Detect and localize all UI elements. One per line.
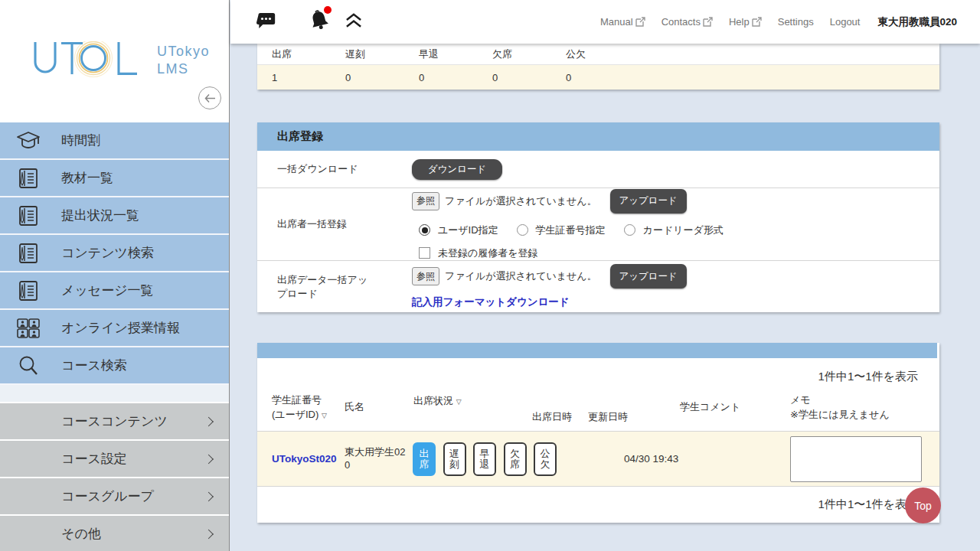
arrow-left-icon: [204, 93, 216, 103]
sort-icon: ▽: [322, 412, 327, 419]
sidebar-item-messages[interactable]: メッセージ一覧: [0, 272, 229, 310]
bulk-register-label: 出席者一括登録: [277, 217, 412, 231]
sidebar-item-timetable[interactable]: 時間割: [0, 122, 229, 160]
sidebar-item-online-class-info[interactable]: オンライン授業情報: [0, 310, 229, 347]
help-link[interactable]: Help: [729, 16, 762, 28]
clipboard-icon: [15, 243, 41, 264]
sidebar-item-label: コース検索: [61, 357, 127, 374]
sidebar-item-label: コンテンツ検索: [61, 244, 154, 262]
chevron-right-icon: [204, 491, 214, 501]
bulk-upload-label: 出席データ一括アッ: [277, 273, 412, 287]
sidebar-item-label: メッセージ一覧: [61, 282, 154, 299]
people-grid-icon: [15, 318, 41, 338]
bulk-register-row: 出席者一括登録 参照 ファイルが選択されていません。 アップロード ユーザID指…: [257, 188, 939, 261]
sidebar-item-others[interactable]: その他: [0, 516, 229, 551]
user-name: 東大用教職員020: [877, 15, 957, 29]
section-title: 出席登録: [277, 129, 323, 144]
format-download-link[interactable]: 記入用フォーマットダウンロード: [412, 295, 939, 309]
file-status-text: ファイルが選択されていません。: [445, 194, 597, 208]
utol-logo-letters: [32, 41, 147, 80]
settings-link[interactable]: Settings: [778, 16, 814, 28]
checkbox-label: 未登録の履修者を登録: [438, 246, 538, 260]
radio-label: 学生証番号指定: [536, 223, 606, 237]
sidebar-item-label: 教材一覧: [61, 169, 113, 187]
sidebar-item-label: 提出状況一覧: [61, 207, 139, 224]
summary-header-row: 出席 遅刻 早退 欠席 公欠: [257, 44, 939, 65]
summary-val-late: 0: [331, 72, 404, 83]
chevron-right-icon: [204, 416, 214, 426]
bulk-download-label: 一括ダウンロード: [277, 162, 412, 176]
notifications-bell-icon[interactable]: [308, 9, 331, 34]
result-count: 1件中1〜1件を表示: [257, 358, 939, 384]
radio-user-id[interactable]: [419, 224, 430, 236]
collapse-up-icon[interactable]: [345, 12, 363, 32]
status-excused-button[interactable]: 公欠: [534, 442, 557, 476]
logo-area: UTokyo LMS: [0, 0, 229, 122]
student-id-link[interactable]: UTokyoSt020: [272, 453, 337, 465]
sidebar-item-label: コース設定: [61, 450, 127, 468]
main-content: 出席 遅刻 早退 欠席 公欠 1 0 0 0 0 出席登録 一括ダウンロード ダ…: [230, 44, 980, 551]
col-name: 氏名: [345, 400, 413, 415]
manual-link[interactable]: Manual: [600, 16, 645, 28]
sidebar-item-label: オンライン授業情報: [61, 319, 180, 337]
col-status[interactable]: 出席状況 ▽: [413, 394, 532, 409]
student-table-header: 学生証番号(ユーザID) ▽ 氏名 出席状況 ▽ 出席日時 更新日時 学生コメン…: [257, 384, 939, 432]
browse-button[interactable]: 参照: [412, 192, 439, 210]
chevron-right-icon: [204, 529, 214, 539]
bulk-download-row: 一括ダウンロード ダウンロード: [257, 151, 939, 188]
contacts-link[interactable]: Contacts: [662, 16, 713, 28]
topbar: Manual Contacts Help Settings Logout 東大用…: [230, 0, 980, 44]
radio-card-reader[interactable]: [624, 224, 635, 236]
radio-label: ユーザID指定: [438, 223, 498, 237]
sidebar-item-course-contents[interactable]: コースコンテンツ: [0, 403, 229, 441]
bulk-upload-row: 出席データ一括アッ プロード 参照 ファイルが選択されていません。 アップロード…: [257, 261, 939, 312]
status-late-button[interactable]: 遅刻: [443, 442, 466, 476]
logo-subtitle: UTokyo LMS: [157, 43, 210, 77]
bulk-upload-label: プロード: [277, 287, 412, 301]
sidebar-collapse-button[interactable]: [198, 86, 221, 109]
clipboard-icon: [15, 205, 41, 227]
magnifier-icon: [15, 355, 41, 377]
radio-label: カードリーダ形式: [643, 223, 724, 237]
external-link-icon: [752, 17, 762, 27]
chevron-right-icon: [204, 454, 214, 464]
student-row: UTokyoSt020 東大用学生020 出席 遅刻 早退 欠席 公欠 04/3…: [257, 432, 939, 487]
col-attend-time: 出席日時: [532, 410, 588, 425]
download-button[interactable]: ダウンロード: [412, 159, 502, 180]
sidebar-item-label: その他: [61, 525, 101, 543]
student-name: 東大用学生020: [345, 446, 407, 472]
browse-button[interactable]: 参照: [412, 267, 439, 285]
clipboard-icon: [15, 280, 41, 302]
sidebar-item-course-search[interactable]: コース検索: [0, 347, 229, 385]
col-student-comment: 学生コメント: [680, 400, 790, 415]
status-early-leave-button[interactable]: 早退: [473, 442, 496, 476]
radio-student-card-number[interactable]: [517, 224, 528, 236]
sidebar-item-content-search[interactable]: コンテンツ検索: [0, 235, 229, 272]
memo-textarea[interactable]: [790, 436, 922, 482]
sidebar-item-submission-status[interactable]: 提出状況一覧: [0, 197, 229, 235]
chat-icon[interactable]: [256, 12, 276, 32]
back-to-top-button[interactable]: Top: [905, 487, 941, 523]
notification-badge: [324, 6, 332, 14]
summary-col-early-leave: 早退: [404, 47, 478, 61]
status-absent-button[interactable]: 欠席: [504, 442, 527, 476]
summary-col-present: 出席: [257, 47, 331, 61]
summary-col-excused: 公欠: [551, 47, 625, 61]
graduation-cap-icon: [15, 131, 41, 151]
file-status-text: ファイルが選択されていません。: [445, 269, 597, 283]
external-link-icon: [635, 17, 645, 27]
sidebar-item-course-group[interactable]: コースグループ: [0, 478, 229, 516]
sidebar-item-label: コースグループ: [61, 487, 154, 505]
update-time-value: 04/30 19:43: [624, 453, 678, 465]
upload-button[interactable]: アップロード: [610, 189, 687, 214]
logout-link[interactable]: Logout: [830, 16, 861, 28]
sidebar-item-course-settings[interactable]: コース設定: [0, 441, 229, 478]
upload-button[interactable]: アップロード: [610, 264, 687, 289]
summary-val-early-leave: 0: [404, 72, 478, 83]
register-unregistered-checkbox[interactable]: [419, 247, 430, 259]
sidebar: UTokyo LMS 時間割 教材一覧 提出状況一覧: [0, 0, 230, 551]
sidebar-item-materials[interactable]: 教材一覧: [0, 160, 229, 197]
result-count-footer: 1件中1〜1件を表示: [257, 487, 939, 512]
col-student-id[interactable]: 学生証番号(ユーザID) ▽: [257, 393, 345, 422]
status-present-button[interactable]: 出席: [413, 442, 436, 476]
